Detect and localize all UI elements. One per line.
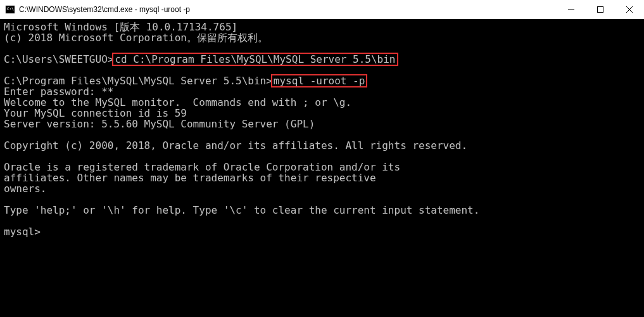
svg-rect-3	[598, 7, 603, 13]
command-text: cd C:\Program Files\MySQL\MySQL Server 5…	[115, 53, 395, 65]
terminal-line: Copyright (c) 2000, 2018, Oracle and/or …	[4, 140, 640, 151]
maximize-button[interactable]	[586, 0, 615, 19]
highlight-annotation: mysql -uroot -p	[271, 74, 368, 87]
window-title: C:\WINDOWS\system32\cmd.exe - mysql -uro…	[19, 5, 557, 14]
terminal-line: Microsoft Windows [版本 10.0.17134.765]	[4, 22, 640, 32]
terminal-output[interactable]: Microsoft Windows [版本 10.0.17134.765](c)…	[0, 19, 644, 317]
terminal-line: Your MySQL connection id is 59	[4, 108, 640, 119]
terminal-line: C:\Program Files\MySQL\MySQL Server 5.5\…	[4, 75, 640, 86]
terminal-line: Oracle is a registered trademark of Orac…	[4, 162, 640, 172]
command-text: mysql -uroot -p	[274, 75, 365, 87]
terminal-line: (c) 2018 Microsoft Corporation。保留所有权利。	[4, 32, 640, 43]
svg-text:C:\: C:\	[7, 6, 14, 11]
terminal-line: affiliates. Other names may be trademark…	[4, 172, 640, 183]
terminal-line: Type 'help;' or '\h' for help. Type '\c'…	[4, 205, 640, 216]
highlight-annotation: cd C:\Program Files\MySQL\MySQL Server 5…	[112, 53, 398, 66]
window-controls	[557, 0, 644, 19]
terminal-line: Welcome to the MySQL monitor. Commands e…	[4, 97, 640, 108]
terminal-line	[4, 129, 640, 140]
mysql-prompt: mysql>	[4, 226, 640, 237]
minimize-button[interactable]	[557, 0, 586, 19]
cmd-icon: C:\	[5, 4, 15, 15]
terminal-line: Enter password: **	[4, 86, 640, 97]
terminal-line: Server version: 5.5.60 MySQL Community S…	[4, 119, 640, 129]
terminal-line	[4, 151, 640, 162]
terminal-line: owners.	[4, 183, 640, 194]
close-button[interactable]	[615, 0, 644, 19]
window-titlebar[interactable]: C:\ C:\WINDOWS\system32\cmd.exe - mysql …	[0, 0, 644, 19]
terminal-line	[4, 194, 640, 205]
terminal-line	[4, 216, 640, 226]
terminal-line: C:\Users\SWEETGUO>cd C:\Program Files\My…	[4, 54, 640, 65]
prompt: C:\Users\SWEETGUO>	[4, 53, 113, 65]
